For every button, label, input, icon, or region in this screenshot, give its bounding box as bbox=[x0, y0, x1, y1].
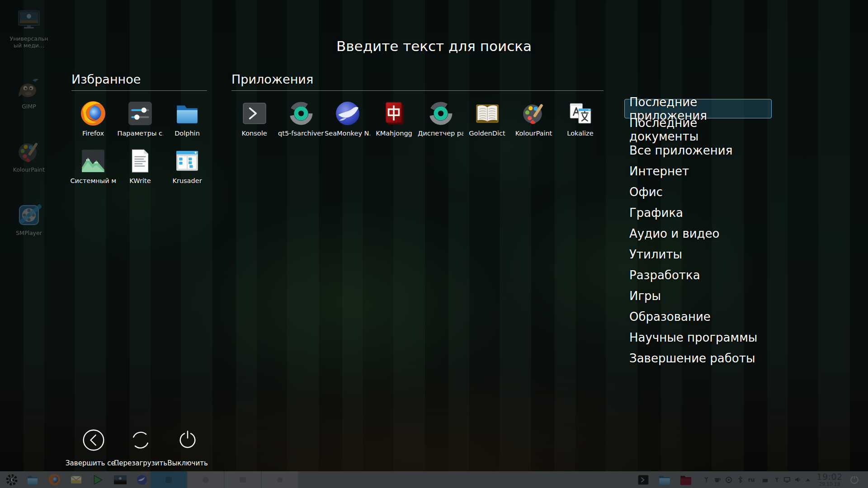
app-label: Firefox bbox=[82, 130, 104, 137]
session-label: Перезагрузить bbox=[114, 459, 167, 467]
taskbar-konsole-launcher[interactable] bbox=[634, 471, 652, 488]
tray-app-icon[interactable] bbox=[771, 471, 782, 488]
app-label: Lokalize bbox=[567, 130, 593, 137]
logout-button[interactable]: Завершить се... bbox=[70, 428, 117, 467]
app-kmahjongg[interactable]: KMahjongg bbox=[371, 100, 417, 137]
tray-keyboard-layout[interactable]: ru bbox=[745, 471, 758, 488]
application-dashboard: Введите текст для поиска Избранное Прило… bbox=[0, 0, 868, 488]
system-monitor-icon bbox=[80, 148, 106, 174]
app-goldendict[interactable]: GoldenDict bbox=[464, 100, 510, 137]
taskbar-kmail-launcher[interactable] bbox=[67, 471, 85, 488]
app-qt5-fsarchiver[interactable]: qt5-fsarchiver bbox=[278, 100, 324, 137]
category-recent-documents[interactable]: Последние документы bbox=[624, 120, 772, 139]
shutdown-button[interactable]: Выключить bbox=[164, 428, 211, 467]
krusader-icon bbox=[174, 148, 200, 174]
folder-icon bbox=[26, 474, 39, 486]
app-konsole[interactable]: Konsole bbox=[231, 100, 278, 137]
session-buttons: Завершить се... Перезагрузить Выключить bbox=[70, 428, 211, 467]
konsole-icon bbox=[637, 474, 649, 486]
app-label: Системный м... bbox=[71, 177, 116, 184]
app-label: GoldenDict bbox=[469, 130, 505, 137]
applications-header: Приложения bbox=[231, 72, 604, 91]
fsarchiver-icon bbox=[288, 100, 314, 127]
system-settings-icon bbox=[127, 100, 153, 127]
app-label: KWrite bbox=[129, 177, 151, 184]
tray-expand-caret-icon[interactable] bbox=[803, 471, 812, 488]
taskbar-firefox-launcher[interactable] bbox=[45, 471, 63, 488]
app-label: SeaMonkey N... bbox=[325, 130, 370, 137]
taskbar-seamonkey-launcher[interactable] bbox=[133, 471, 151, 488]
goldendict-icon bbox=[474, 100, 500, 127]
firefox-icon bbox=[48, 474, 61, 486]
taskbar-pager[interactable] bbox=[110, 471, 130, 488]
logout-icon bbox=[82, 428, 105, 452]
task-button[interactable] bbox=[188, 471, 224, 488]
task-button-active[interactable] bbox=[151, 471, 187, 488]
category-office[interactable]: Офис bbox=[624, 182, 772, 202]
category-utilities[interactable]: Утилиты bbox=[624, 244, 772, 264]
restart-button[interactable]: Перезагрузить bbox=[117, 428, 164, 467]
favorite-dolphin[interactable]: Dolphin bbox=[164, 100, 211, 137]
task-button[interactable] bbox=[225, 471, 261, 488]
category-all-applications[interactable]: Все приложения bbox=[624, 141, 772, 160]
dolphin-icon bbox=[174, 100, 200, 127]
task-icon bbox=[164, 475, 173, 484]
app-menu-button[interactable] bbox=[3, 471, 21, 488]
category-list: Последние приложения Последние документы… bbox=[624, 99, 772, 369]
tray-package-icon[interactable] bbox=[760, 471, 770, 488]
app-label: KMahjongg bbox=[376, 130, 412, 137]
category-leave[interactable]: Завершение работы bbox=[624, 348, 772, 368]
category-games[interactable]: Игры bbox=[624, 286, 772, 305]
taskbar-dolphin-launcher[interactable] bbox=[24, 471, 42, 488]
category-development[interactable]: Разработка bbox=[624, 265, 772, 285]
tray-night-color-icon[interactable] bbox=[846, 471, 863, 488]
restart-icon bbox=[129, 428, 152, 452]
category-multimedia[interactable]: Аудио и видео bbox=[624, 224, 772, 243]
taskbar-folder-red[interactable] bbox=[677, 471, 695, 488]
favorite-kwrite[interactable]: KWrite bbox=[117, 148, 164, 184]
bird-globe-icon bbox=[136, 474, 148, 486]
kwrite-icon bbox=[127, 148, 153, 174]
taskbar-clock[interactable]: 19:02 29.10.18 bbox=[813, 471, 846, 488]
task-icon bbox=[238, 475, 247, 484]
favorite-krusader[interactable]: Krusader bbox=[164, 148, 211, 184]
category-graphics[interactable]: Графика bbox=[624, 203, 772, 222]
favorite-firefox[interactable]: Firefox bbox=[70, 100, 117, 137]
category-education[interactable]: Образование bbox=[624, 307, 772, 326]
app-lokalize[interactable]: Lokalize bbox=[557, 100, 604, 137]
search-hint[interactable]: Введите текст для поиска bbox=[0, 38, 868, 54]
app-label: Диспетчер ра... bbox=[418, 130, 463, 137]
clock-time: 19:02 bbox=[816, 473, 842, 481]
clock-date: 29.10.18 bbox=[819, 481, 840, 487]
app-seamonkey[interactable]: SeaMonkey N... bbox=[324, 100, 371, 137]
task-button[interactable] bbox=[262, 471, 298, 488]
firefox-icon bbox=[80, 100, 106, 127]
category-science[interactable]: Научные программы bbox=[624, 328, 772, 347]
mail-icon bbox=[70, 474, 82, 486]
app-task-manager[interactable]: Диспетчер ра... bbox=[417, 100, 464, 137]
category-internet[interactable]: Интернет bbox=[624, 161, 772, 181]
kolourpaint-icon bbox=[521, 100, 547, 127]
tray-cup-icon[interactable] bbox=[712, 471, 723, 488]
app-label: Konsole bbox=[241, 130, 267, 137]
favorite-system-monitor[interactable]: Системный м... bbox=[70, 148, 117, 184]
favorites-header: Избранное bbox=[71, 72, 207, 91]
favorite-system-settings[interactable]: Параметры с... bbox=[117, 100, 164, 137]
session-label: Выключить bbox=[167, 459, 208, 467]
taskbar-media-player-launcher[interactable] bbox=[89, 471, 107, 488]
tray-display-icon[interactable] bbox=[782, 471, 793, 488]
folder-icon bbox=[658, 473, 671, 487]
taskbar: ru 19:02 29.10.18 bbox=[0, 471, 868, 488]
tray-update-icon[interactable] bbox=[723, 471, 734, 488]
app-kolourpaint[interactable]: KolourPaint bbox=[510, 100, 557, 137]
task-icon bbox=[201, 475, 210, 484]
tray-bluetooth-icon[interactable] bbox=[735, 471, 745, 488]
app-label: KolourPaint bbox=[515, 130, 552, 137]
session-label: Завершить се... bbox=[66, 459, 122, 467]
app-label: Dolphin bbox=[175, 130, 200, 137]
play-icon bbox=[92, 474, 104, 486]
taskbar-folder-blue[interactable] bbox=[656, 471, 674, 488]
tray-klipper-icon[interactable] bbox=[701, 471, 712, 488]
tray-volume-icon[interactable] bbox=[792, 471, 803, 488]
task-icon bbox=[275, 475, 284, 484]
